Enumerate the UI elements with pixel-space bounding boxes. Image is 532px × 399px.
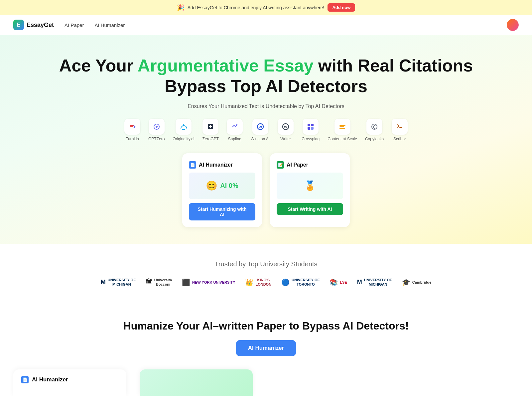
- bottom-humanizer-icon: 📄: [21, 376, 29, 383]
- hero-heading-line2: Bypass Top AI Detectors: [165, 76, 367, 96]
- uni-logo-kings: 👑 KING'SLONDON: [245, 278, 271, 287]
- svg-rect-22: [339, 126, 344, 127]
- logo-icon: E: [13, 20, 24, 30]
- detector-scribbr: Scribbr: [392, 119, 408, 141]
- paper-card-preview: 🏅: [277, 173, 343, 199]
- humanizer-card: 📄 AI Humanizer 😊 AI 0% Start Humanizing …: [182, 153, 262, 227]
- kings-label: KING'SLONDON: [255, 278, 271, 287]
- navbar-left: E EssayGet AI Paper AI Humanizer: [13, 20, 125, 30]
- hero-heading-normal: Ace Your: [59, 56, 134, 75]
- turnitin-icon: [124, 119, 140, 135]
- bottom-humanizer-label: AI Humanizer: [32, 376, 68, 383]
- nav-ai-humanizer[interactable]: AI Humanizer: [94, 22, 125, 28]
- avatar[interactable]: [507, 19, 519, 31]
- detector-turnitin: Turnitin: [124, 119, 140, 141]
- humanizer-card-title: AI Humanizer: [199, 162, 233, 168]
- cambridge-icon: 🎓: [402, 278, 410, 286]
- paper-card: 📝 AI Paper 🏅 Start Writing with AI: [270, 153, 350, 227]
- uni-logo-nyu: ⬛ NEW YORK UNIVERSITY: [182, 278, 235, 286]
- hero-heading-normal2: with Real Citations: [318, 56, 473, 75]
- paper-card-title: AI Paper: [287, 162, 308, 168]
- detector-originality: Originality.ai: [173, 119, 194, 141]
- uni-logo-michigan: M UNIVERSITY OFMICHIGAN: [101, 278, 136, 287]
- top-banner: 🎉 Add EssayGet to Chrome and enjoy AI wr…: [0, 0, 532, 15]
- kings-icon: 👑: [245, 278, 253, 286]
- writer-label: Writer: [280, 137, 291, 141]
- humanizer-card-icon: 📄: [189, 161, 196, 169]
- winston-label: Winston AI: [251, 137, 270, 141]
- scribbr-label: Scribbr: [393, 137, 406, 141]
- ai-humanizer-button[interactable]: AI Humanizer: [236, 340, 296, 356]
- svg-text:W: W: [284, 125, 287, 129]
- originality-label: Originality.ai: [173, 137, 194, 141]
- michigan-label: UNIVERSITY OFMICHIGAN: [108, 278, 136, 287]
- start-writing-button[interactable]: Start Writing with AI: [277, 203, 343, 215]
- content-at-scale-label: Content at Scale: [328, 137, 357, 141]
- crossplag-icon: [303, 119, 319, 135]
- toronto-icon: 🔵: [281, 278, 290, 286]
- banner-emoji: 🎉: [177, 4, 184, 11]
- detector-zerogpt: ZeroGPT: [202, 119, 218, 141]
- paper-card-icon: 📝: [277, 161, 284, 169]
- bocconi-icon: 🏛: [146, 278, 152, 286]
- bottom-card-left-title-row: 📄 AI Humanizer: [21, 376, 118, 383]
- crossplag-label: Crossplag: [302, 137, 320, 141]
- uni-logo-cambridge: 🎓 Cambridge: [402, 278, 431, 286]
- turnitin-label: Turnitin: [126, 137, 139, 141]
- nav-ai-paper[interactable]: AI Paper: [65, 22, 84, 28]
- zerogpt-label: ZeroGPT: [202, 137, 218, 141]
- lse-label: LSE: [340, 280, 347, 284]
- winston-icon: W: [252, 119, 268, 135]
- detector-writer: W Writer: [278, 119, 294, 141]
- michigan2-label: UNIVERSITY OFMICHIGAN: [364, 278, 392, 287]
- humanizer-ai-percent: AI 0%: [220, 182, 238, 190]
- uni-logo-lse: 📚 LSE: [330, 278, 347, 286]
- bocconi-label: UniversitàBocconi: [154, 278, 172, 287]
- add-now-button[interactable]: Add now: [328, 3, 355, 12]
- cards-row: 📄 AI Humanizer 😊 AI 0% Start Humanizing …: [13, 153, 519, 227]
- start-humanizing-button[interactable]: Start Humanizing with AI: [189, 203, 255, 220]
- humanizer-preview-emoji: 😊: [206, 180, 217, 191]
- nyu-icon: ⬛: [182, 278, 190, 286]
- nyu-label: NEW YORK UNIVERSITY: [192, 280, 235, 284]
- humanizer-card-title-row: 📄 AI Humanizer: [189, 161, 255, 169]
- svg-rect-8: [230, 122, 239, 131]
- svg-rect-19: [311, 127, 314, 130]
- svg-rect-21: [339, 125, 345, 126]
- detector-winston: W Winston AI: [251, 119, 270, 141]
- hero-heading-highlight: Argumentative Essay: [138, 56, 318, 75]
- svg-rect-23: [339, 128, 345, 129]
- bottom-card-right: [140, 369, 253, 396]
- sapling-icon: [227, 119, 243, 135]
- svg-point-3: [156, 126, 158, 128]
- svg-rect-26: [395, 122, 404, 131]
- svg-point-5: [183, 124, 185, 126]
- detector-crossplag: Crossplag: [302, 119, 320, 141]
- navbar: E EssayGet AI Paper AI Humanizer: [0, 15, 532, 35]
- writer-icon: W: [278, 119, 294, 135]
- humanize-section: Humanize Your AI–written Paper to Bypass…: [0, 300, 532, 369]
- lse-icon: 📚: [330, 278, 338, 286]
- detector-sapling: Sapling: [227, 119, 243, 141]
- michigan-icon: M: [101, 279, 106, 286]
- detector-gptzero: GPTZero: [148, 119, 165, 141]
- hero-heading: Ace Your Argumentative Essay with Real C…: [13, 55, 519, 97]
- logo-text: EssayGet: [27, 22, 54, 29]
- logo-link[interactable]: E EssayGet: [13, 20, 54, 30]
- copyleaks-label: Copyleaks: [365, 137, 384, 141]
- svg-rect-24: [370, 122, 379, 131]
- bottom-card-left: 📄 AI Humanizer: [13, 369, 126, 396]
- svg-text:W: W: [258, 125, 262, 129]
- svg-rect-17: [311, 124, 314, 126]
- paper-preview-emoji: 🏅: [304, 180, 316, 191]
- hero-subtitle: Ensures Your Humanized Text is Undetecta…: [13, 103, 519, 109]
- svg-rect-18: [308, 127, 310, 130]
- uni-logo-toronto: 🔵 UNIVERSITY OFTORONTO: [281, 278, 320, 287]
- uni-logo-michigan2: M UNIVERSITY OFMICHIGAN: [357, 278, 392, 287]
- svg-rect-4: [179, 122, 188, 131]
- bottom-preview: 📄 AI Humanizer: [0, 369, 532, 396]
- content-at-scale-icon: [334, 119, 350, 135]
- copyleaks-icon: [366, 119, 382, 135]
- gptzero-label: GPTZero: [148, 137, 165, 141]
- originality-icon: [176, 119, 192, 135]
